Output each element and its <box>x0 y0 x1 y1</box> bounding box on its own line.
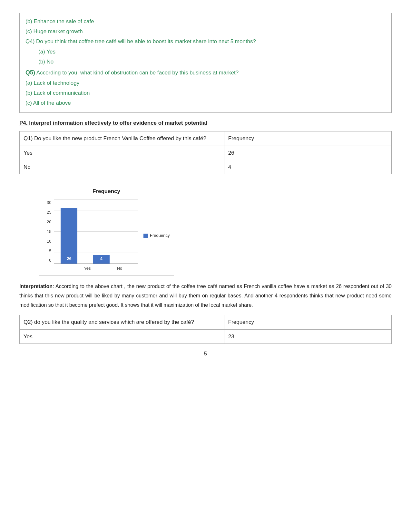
chart-body: 30 25 20 15 10 5 0 <box>47 199 138 264</box>
bar-no-group: 4 <box>93 255 110 264</box>
table-q2-yes-value: 23 <box>224 329 391 343</box>
x-label-no: No <box>111 265 128 272</box>
table-q2: Q2) do you like the quality and services… <box>19 315 392 343</box>
table-q2-header-right: Frequency <box>224 315 391 329</box>
interpretation-block: Interpretation: According to the above c… <box>19 282 392 310</box>
table-cell-no-label: No <box>20 160 224 174</box>
y-30: 30 <box>47 199 51 206</box>
table-cell-yes-label: Yes <box>20 146 224 160</box>
line-b: (b) Enhance the sale of cafe <box>25 17 386 26</box>
table-cell-no-value: 4 <box>224 160 391 174</box>
line-q4b: (b) No <box>38 57 386 66</box>
x-label-yes: Yes <box>79 265 96 272</box>
chart-title: Frequency <box>47 187 166 196</box>
table-row: Yes 23 <box>20 329 392 343</box>
table-cell-yes-value: 26 <box>224 146 391 160</box>
y-25: 25 <box>47 209 51 216</box>
table-q2-yes-label: Yes <box>20 329 224 343</box>
legend-label: Frequency <box>150 232 170 239</box>
line-q5a: (a) Lack of technology <box>25 79 386 87</box>
q5-bold: Q5) <box>25 69 35 76</box>
line-q5c: (c) All of the above <box>25 99 386 107</box>
bar-yes-group: 26 <box>61 208 77 264</box>
y-15: 15 <box>47 228 51 235</box>
legend-box <box>143 234 148 238</box>
interpretation-text: : According to the above chart , the new… <box>19 284 392 308</box>
table-q1: Q1) Do you like the new product French V… <box>19 131 392 174</box>
line-c: (c) Huge market growth <box>25 27 386 36</box>
chart-inner: 30 25 20 15 10 5 0 <box>47 199 138 272</box>
x-labels: Yes No <box>73 264 138 272</box>
bordered-box: (b) Enhance the sale of cafe (c) Huge ma… <box>19 13 392 113</box>
line-q4a: (a) Yes <box>38 47 386 56</box>
table-q2-header-left: Q2) do you like the quality and services… <box>20 315 224 329</box>
legend-area: Frequency <box>143 232 170 239</box>
y-5: 5 <box>47 248 51 255</box>
bar-no: 4 <box>93 255 110 264</box>
chart-container: Frequency 30 25 20 15 10 5 0 <box>39 181 174 276</box>
bars-area: 26 4 <box>54 199 138 264</box>
y-10: 10 <box>47 238 51 245</box>
bar-yes: 26 <box>61 208 77 264</box>
interpretation-label: Interpretation <box>19 284 53 289</box>
table-row: Yes 26 <box>20 146 392 160</box>
chart-with-legend: 30 25 20 15 10 5 0 <box>47 199 166 272</box>
section-heading: P4. Interpret information effectively to… <box>19 119 392 127</box>
table-q1-header-left: Q1) Do you like the new product French V… <box>20 131 224 146</box>
y-20: 20 <box>47 219 51 226</box>
bar-no-label: 4 <box>100 256 103 262</box>
y-0: 0 <box>47 257 51 264</box>
q5-text: According to you, what kind of obstructi… <box>36 70 239 76</box>
page-number: 5 <box>19 350 392 358</box>
table-q1-header-right: Frequency <box>224 131 391 146</box>
line-q4: Q4) Do you think that coffee tree café w… <box>25 37 386 46</box>
line-q5: Q5) According to you, what kind of obstr… <box>25 68 386 77</box>
y-axis: 30 25 20 15 10 5 0 <box>47 199 51 264</box>
line-q5b: (b) Lack of communication <box>25 89 386 97</box>
bar-yes-label: 26 <box>67 256 71 262</box>
table-row: No 4 <box>20 160 392 174</box>
grid-line <box>54 199 138 200</box>
